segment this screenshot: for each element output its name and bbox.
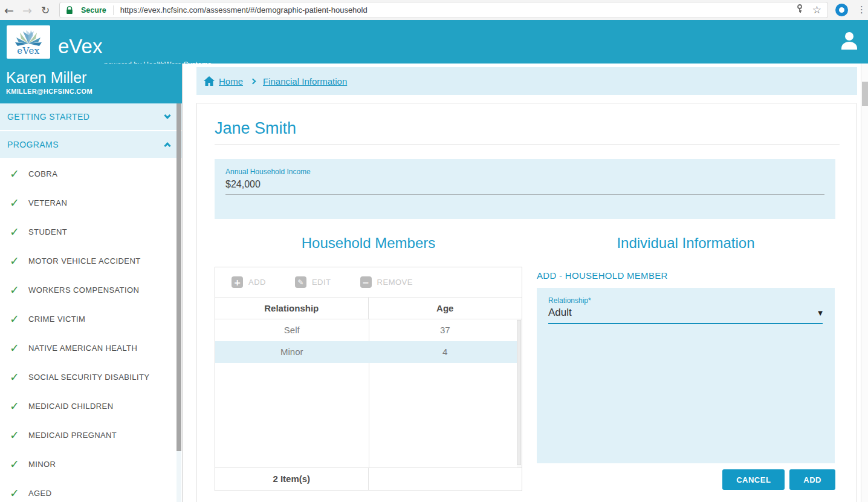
main-scrollbar[interactable] [861,64,868,502]
table-body: Self 37 Minor 4 [215,319,522,468]
checkmark-icon: ✓ [10,283,28,296]
column-header-age[interactable]: Age [369,298,522,319]
table-row[interactable]: Minor 4 [215,341,522,363]
table-row[interactable]: Self 37 [215,319,522,341]
main-scrollbar-thumb[interactable] [862,82,868,106]
dropdown-arrow-icon: ▼ [818,310,823,316]
user-email: KMILLER@HCFSINC.COM [6,88,182,95]
income-input-underline [225,194,824,195]
footer-empty-cell [369,468,522,490]
assessment-card: Jane Smith Annual Household Income $24,0… [196,103,857,502]
sidebar-user-block: Karen Miller KMILLER@HCFSINC.COM [0,64,182,103]
section-label: GETTING STARTED [7,112,89,122]
browser-toolbar: ← → ↻ Secure https://evex.hcfsinc.com/as… [0,0,868,20]
logo-starburst-icon [15,28,42,47]
home-icon[interactable] [204,76,215,86]
relationship-selected-value: Adult [548,307,572,319]
program-label: NATIVE AMERICAN HEALTH [28,344,137,353]
program-label: AGED [28,489,51,498]
form-actions: CANCEL ADD [537,469,835,490]
password-key-icon[interactable] [795,4,804,16]
program-label: STUDENT [28,227,67,236]
sidebar-item-program[interactable]: ✓ CRIME VICTIM [0,304,182,333]
sidebar-scrollbar-thumb[interactable] [177,103,181,451]
checkmark-icon: ✓ [10,312,28,325]
relationship-select[interactable]: Adult ▼ [548,307,823,324]
column-header-relationship[interactable]: Relationship [215,298,369,319]
minus-icon: − [360,276,372,288]
program-label: CRIME VICTIM [28,315,85,324]
checkmark-icon: ✓ [10,341,28,354]
page-title: Jane Smith [215,119,296,138]
cell-age: 37 [369,319,522,341]
table-footer: 2 Item(s) [215,468,522,490]
cell-age: 4 [369,341,522,363]
user-profile-icon[interactable] [840,30,859,53]
household-members-title: Household Members [215,235,522,252]
sidebar-section-programs[interactable]: PROGRAMS [0,131,182,159]
url-text[interactable]: https://evex.hcfsinc.com/assessment/#/de… [120,5,791,15]
breadcrumb-home-link[interactable]: Home [219,76,243,86]
sidebar-item-program[interactable]: ✓ MEDICAID PREGNANT [0,420,182,449]
relationship-field-label: Relationship* [537,288,835,305]
cancel-button[interactable]: CANCEL [722,469,785,490]
main-content: Home Financial Information Jane Smith An… [183,64,868,502]
sidebar-item-program[interactable]: ✓ STUDENT [0,217,182,246]
evex-logo[interactable]: eVex [7,25,50,59]
forward-icon[interactable]: → [18,4,36,17]
table-header-row: Relationship Age [215,298,522,319]
sidebar: Karen Miller KMILLER@HCFSINC.COM GETTING… [0,64,183,502]
checkmark-icon: ✓ [10,399,28,412]
program-label: VETERAN [28,198,67,207]
checkmark-icon: ✓ [10,486,28,500]
pencil-icon: ✎ [295,276,306,288]
item-count: 2 Item(s) [215,468,369,490]
programs-list: ✓ COBRA ✓ VETERAN ✓ STUDENT ✓ MOTOR VEHI… [0,159,182,502]
chevron-up-icon [164,142,170,149]
table-scrollbar[interactable] [517,319,522,468]
program-label: WORKERS COMPENSATION [28,285,139,295]
sidebar-scrollbar[interactable] [177,103,181,502]
sidebar-item-program[interactable]: ✓ VETERAN [0,188,182,217]
table-rows: Self 37 Minor 4 [215,319,522,363]
income-input[interactable]: $24,000 [215,176,835,190]
remove-member-button[interactable]: − REMOVE [360,276,413,288]
individual-information-title: Individual Information [537,235,835,252]
edit-member-button[interactable]: ✎ EDIT [295,276,331,288]
sidebar-item-program[interactable]: ✓ MINOR [0,449,182,478]
breadcrumb: Home Financial Information [196,67,857,95]
program-label: SOCIAL SECURITY DISABILITY [28,373,149,382]
program-label: COBRA [28,169,57,178]
sidebar-item-program[interactable]: ✓ MOTOR VEHICLE ACCIDENT [0,246,182,275]
bookmark-star-icon[interactable]: ☆ [812,5,821,15]
table-scrollbar-thumb[interactable] [517,320,521,465]
table-toolbar: + ADD ✎ EDIT − REMOVE [215,267,522,298]
sidebar-item-program[interactable]: ✓ SOCIAL SECURITY DISABILITY [0,362,182,391]
chevron-right-icon [250,78,256,84]
add-member-form-panel: Relationship* Adult ▼ [537,288,835,463]
checkmark-icon: ✓ [10,196,28,209]
checkmark-icon: ✓ [10,457,28,471]
program-label: MINOR [28,460,56,469]
remove-label: REMOVE [377,278,413,287]
sidebar-section-getting-started[interactable]: GETTING STARTED [0,103,182,131]
sidebar-item-program[interactable]: ✓ MEDICAID CHILDREN [0,391,182,420]
sidebar-item-program[interactable]: ✓ WORKERS COMPENSATION [0,275,182,304]
back-icon[interactable]: ← [0,4,18,17]
sidebar-item-program[interactable]: ✓ NATIVE AMERICAN HEALTH [0,333,182,362]
add-member-button[interactable]: + ADD [232,276,266,288]
user-name: Karen Miller [6,69,182,86]
address-bar[interactable]: Secure https://evex.hcfsinc.com/assessme… [59,2,828,18]
url-separator [113,5,114,15]
sidebar-item-program[interactable]: ✓ COBRA [0,159,182,188]
add-household-member-label: ADD - HOUSEHOLD MEMBER [537,270,668,281]
breadcrumb-current-link[interactable]: Financial Information [263,76,347,86]
browser-menu-icon[interactable]: ⋮ [857,4,866,15]
add-label: ADD [248,278,266,287]
lock-icon [66,6,73,15]
reload-icon[interactable]: ↻ [36,4,54,16]
add-button[interactable]: ADD [789,469,835,490]
screen: ← → ↻ Secure https://evex.hcfsinc.com/as… [0,0,868,502]
sidebar-item-program[interactable]: ✓ AGED [0,478,182,502]
browser-profile-icon[interactable] [835,4,848,16]
